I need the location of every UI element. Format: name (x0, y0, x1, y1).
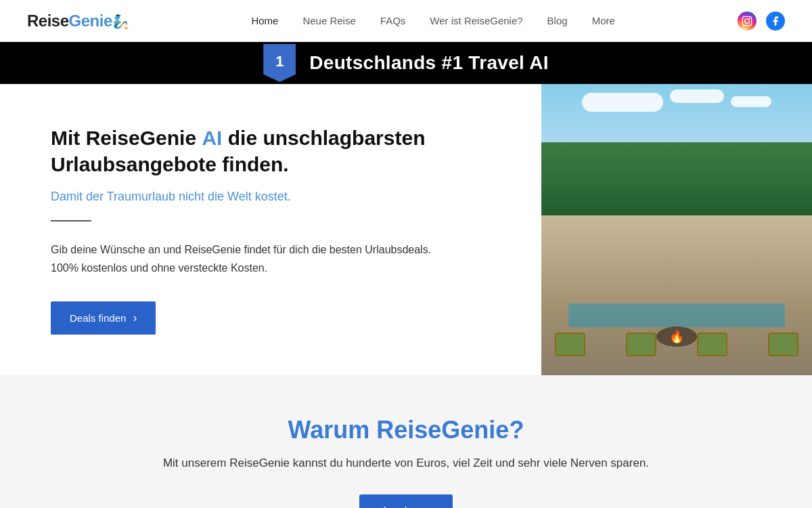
chair-3 (697, 333, 727, 356)
pool-area (568, 303, 785, 328)
terrace: 🔥 (541, 215, 812, 376)
lower-cta-label: Leg los (384, 505, 419, 508)
lower-section: Warum ReiseGenie? Mit unserem ReiseGenie… (0, 375, 812, 508)
facebook-icon[interactable] (766, 12, 785, 30)
hero-banner: 1 Deutschlands #1 Travel AI (0, 42, 812, 84)
description-line1: Gib deine Wünsche an und ReiseGenie find… (51, 244, 431, 255)
lower-subtitle: Mit unserem ReiseGenie kannst du hundert… (27, 457, 785, 470)
social-icons (738, 12, 785, 30)
furniture (555, 333, 798, 356)
cta-label: Deals finden (70, 312, 126, 324)
nav-link-blog[interactable]: Blog (547, 15, 568, 26)
cta-arrow: › (133, 311, 137, 325)
svg-rect-0 (742, 16, 751, 25)
cloud-2 (670, 89, 724, 103)
banner-headline: Deutschlands #1 Travel AI (309, 52, 549, 74)
lower-title: Warum ReiseGenie? (27, 416, 785, 444)
hero-image: 🔥 (541, 84, 812, 375)
nav-link-wer[interactable]: Wer ist ReiseGenie? (430, 15, 522, 26)
cloud-1 (582, 93, 663, 112)
nav-item-home[interactable]: Home (251, 15, 278, 27)
svg-point-1 (745, 18, 750, 23)
headline-prefix: Mit ReiseGenie (51, 127, 202, 149)
cloud-3 (731, 96, 771, 107)
instagram-icon[interactable] (738, 12, 757, 30)
logo[interactable]: ReiseGenie🧞 (27, 12, 129, 30)
main-headline: Mit ReiseGenie AI die unschlagbarsten Ur… (51, 125, 501, 177)
nav-link-faqs[interactable]: FAQs (380, 15, 406, 26)
divider (51, 220, 91, 221)
subheadline: Damit der Traumurlaub nicht die Welt kos… (51, 190, 501, 204)
lower-cta-arrow: › (425, 505, 428, 508)
nav-item-wer[interactable]: Wer ist ReiseGenie? (430, 15, 522, 27)
chair-4 (768, 333, 798, 356)
resort-scene: 🔥 (541, 84, 812, 375)
description-line2: 100% kostenlos und ohne versteckte Koste… (51, 262, 267, 274)
svg-point-2 (749, 18, 750, 19)
nav-item-neue-reise[interactable]: Neue Reise (302, 15, 355, 27)
chair-2 (626, 333, 656, 356)
nav-link-neue-reise[interactable]: Neue Reise (302, 15, 355, 26)
nav-item-more[interactable]: More (592, 15, 615, 27)
badge-number: 1 (275, 53, 284, 70)
description: Gib deine Wünsche an und ReiseGenie find… (51, 240, 501, 277)
logo-icon: 🧞 (112, 14, 129, 29)
leg-los-button[interactable]: Leg los › (359, 494, 453, 508)
deals-finden-button[interactable]: Deals finden › (51, 301, 156, 335)
badge-container: 1 (263, 44, 296, 82)
nav-item-faqs[interactable]: FAQs (380, 15, 406, 27)
nav-link-home[interactable]: Home (251, 15, 278, 26)
logo-prefix: Reise (27, 12, 69, 30)
nav-item-blog[interactable]: Blog (547, 15, 568, 27)
nav-link-more[interactable]: More (592, 15, 615, 26)
main-section: Mit ReiseGenie AI die unschlagbarsten Ur… (0, 84, 812, 375)
main-content: Mit ReiseGenie AI die unschlagbarsten Ur… (0, 84, 541, 375)
nav-links: Home Neue Reise FAQs Wer ist ReiseGenie?… (251, 15, 614, 27)
clouds (568, 89, 785, 112)
logo-suffix: Genie (69, 12, 112, 30)
headline-ai: AI (202, 127, 222, 149)
navbar: ReiseGenie🧞 Home Neue Reise FAQs Wer ist… (0, 0, 812, 42)
chair-1 (555, 333, 585, 356)
badge-ribbon: 1 (263, 44, 296, 82)
